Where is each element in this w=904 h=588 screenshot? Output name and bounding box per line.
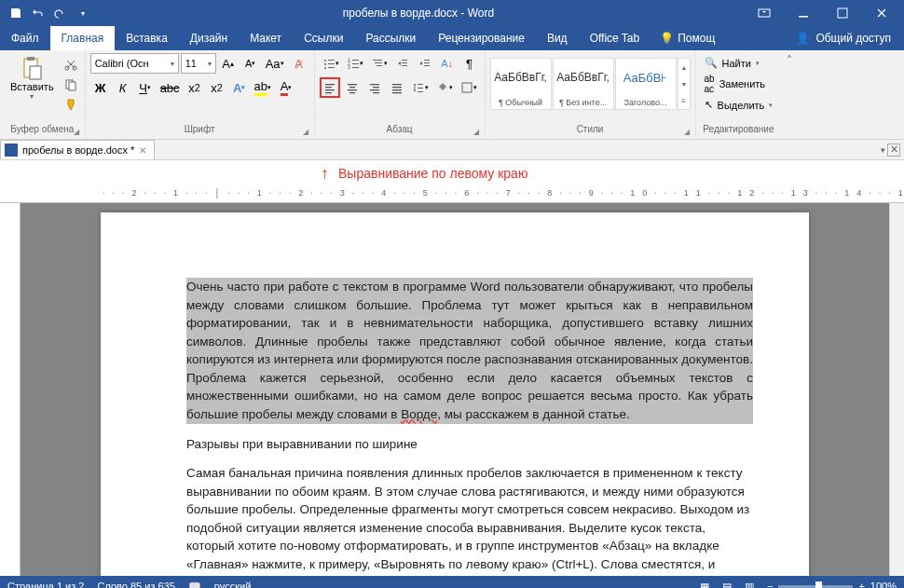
- increase-indent-icon[interactable]: [415, 53, 435, 74]
- text-effects-icon[interactable]: A▾: [229, 77, 250, 98]
- paste-button[interactable]: Вставить ▾: [5, 53, 60, 103]
- align-center-button[interactable]: [342, 77, 363, 98]
- svg-rect-34: [325, 92, 332, 93]
- underline-button[interactable]: Ч▾: [135, 77, 156, 98]
- svg-rect-31: [325, 84, 335, 85]
- bold-button[interactable]: Ж: [90, 77, 111, 98]
- style-normal[interactable]: АаБбВвГг,¶ Обычный: [490, 58, 552, 110]
- document-canvas[interactable]: Очень часто при работе с текстом в прогр…: [21, 203, 889, 576]
- show-marks-icon[interactable]: ¶: [459, 53, 480, 74]
- doc-tab-active[interactable]: пробелы в ворде.docx * ✕: [0, 140, 155, 159]
- save-icon[interactable]: [7, 5, 24, 21]
- tab-home[interactable]: Главная: [50, 26, 116, 50]
- tab-mailings[interactable]: Рассылки: [354, 26, 427, 50]
- paragraph-selected[interactable]: Очень часто при работе с текстом в прогр…: [186, 278, 753, 424]
- copy-icon[interactable]: [62, 75, 80, 94]
- horizontal-ruler[interactable]: ···2···1···│···1···2···3···4···5···6···7…: [0, 186, 904, 203]
- grow-font-icon[interactable]: A▴: [218, 53, 239, 74]
- zoom-slider[interactable]: [778, 585, 853, 588]
- align-left-button[interactable]: [320, 77, 340, 98]
- svg-rect-22: [373, 60, 382, 61]
- font-name-combo[interactable]: Calibri (Осн▾: [90, 53, 179, 74]
- qat-dropdown-icon[interactable]: ▾: [75, 5, 91, 21]
- strikethrough-button[interactable]: abc: [158, 77, 183, 98]
- spellcheck-icon[interactable]: 📖: [188, 581, 201, 589]
- tell-me[interactable]: 💡Помощ: [651, 26, 724, 50]
- shading-icon[interactable]: ▾: [433, 77, 456, 98]
- subscript-button[interactable]: x2: [185, 77, 205, 98]
- share-button[interactable]: 👤Общий доступ: [783, 26, 904, 50]
- vertical-scrollbar[interactable]: [889, 203, 904, 576]
- select-button[interactable]: ↖Выделить▾: [701, 97, 777, 113]
- word-count[interactable]: Слово 85 из 635: [97, 581, 174, 588]
- minimize-icon[interactable]: [785, 0, 822, 26]
- read-mode-icon[interactable]: ▦: [700, 581, 709, 589]
- highlight-color-icon[interactable]: ab▾: [252, 77, 274, 98]
- paragraph[interactable]: Самая банальная причина появления длинны…: [186, 464, 753, 576]
- svg-rect-35: [348, 84, 357, 85]
- svg-rect-24: [377, 65, 382, 66]
- maximize-icon[interactable]: [824, 0, 861, 26]
- vertical-ruler[interactable]: [0, 203, 21, 576]
- change-case-icon[interactable]: Aa▾: [263, 53, 287, 74]
- tab-dropdown-icon[interactable]: ▾: [881, 145, 885, 155]
- arrow-up-icon: ↑: [321, 164, 329, 184]
- zoom-level[interactable]: 100%: [870, 581, 897, 588]
- justify-button[interactable]: [387, 77, 407, 98]
- language-button[interactable]: русский: [214, 581, 251, 588]
- format-painter-icon[interactable]: [62, 96, 80, 115]
- replace-button[interactable]: abacЗаменить: [701, 72, 777, 96]
- close-tab-icon[interactable]: ✕: [139, 145, 146, 156]
- align-right-button[interactable]: [364, 77, 385, 98]
- print-layout-icon[interactable]: ▤: [722, 581, 732, 589]
- zoom-out-button[interactable]: −: [767, 581, 773, 588]
- group-paragraph: ▾ 123▾ ▾ A↓ ¶ ▾ ▾ ▾ Абзац ◢: [315, 50, 486, 139]
- numbering-icon[interactable]: 123▾: [344, 53, 366, 74]
- tab-review[interactable]: Рецензирование: [427, 26, 536, 50]
- tab-file[interactable]: Файл: [0, 26, 50, 50]
- svg-rect-37: [348, 89, 357, 90]
- dialog-launcher-icon[interactable]: ◢: [473, 128, 483, 137]
- tab-officetab[interactable]: Office Tab: [579, 26, 651, 50]
- collapse-ribbon-icon[interactable]: ˄: [787, 54, 792, 67]
- superscript-button[interactable]: x2: [207, 77, 227, 98]
- sort-icon[interactable]: A↓: [437, 53, 458, 74]
- ribbon-options-icon[interactable]: [746, 0, 783, 26]
- dialog-launcher-icon[interactable]: ◢: [74, 128, 83, 137]
- clear-formatting-icon[interactable]: A̷: [289, 53, 309, 74]
- dialog-launcher-icon[interactable]: ◢: [303, 128, 312, 137]
- style-no-spacing[interactable]: АаБбВвГг,¶ Без инте...: [553, 58, 614, 110]
- italic-button[interactable]: К: [113, 77, 133, 98]
- cursor-icon: ↖: [705, 99, 713, 111]
- bullets-icon[interactable]: ▾: [320, 53, 342, 74]
- dialog-launcher-icon[interactable]: ◢: [684, 128, 693, 137]
- tab-layout[interactable]: Макет: [239, 26, 293, 50]
- multilevel-list-icon[interactable]: ▾: [368, 53, 390, 74]
- menubar: Файл Главная Вставка Дизайн Макет Ссылки…: [0, 26, 904, 50]
- find-button[interactable]: 🔍Найти▾: [701, 55, 777, 71]
- redo-icon[interactable]: [52, 5, 69, 21]
- cut-icon[interactable]: [62, 55, 80, 74]
- web-layout-icon[interactable]: ▥: [745, 581, 754, 589]
- paragraph[interactable]: Разрывы при выравнивании по ширине: [186, 435, 753, 454]
- shrink-font-icon[interactable]: A▾: [240, 53, 261, 74]
- close-icon[interactable]: [863, 0, 900, 26]
- svg-rect-47: [418, 84, 423, 85]
- svg-rect-30: [424, 65, 430, 66]
- tab-insert[interactable]: Вставка: [115, 26, 179, 50]
- tab-design[interactable]: Дизайн: [179, 26, 239, 50]
- font-size-combo[interactable]: 11▾: [181, 53, 216, 74]
- styles-gallery-more[interactable]: ▴▾≡: [678, 58, 691, 110]
- page-count[interactable]: Страница 1 из 2: [7, 581, 84, 588]
- font-color-icon[interactable]: A▾: [276, 77, 296, 98]
- borders-icon[interactable]: ▾: [458, 77, 480, 98]
- line-spacing-icon[interactable]: ▾: [409, 77, 431, 98]
- tab-view[interactable]: Вид: [536, 26, 579, 50]
- zoom-in-button[interactable]: +: [858, 581, 864, 588]
- decrease-indent-icon[interactable]: [392, 53, 413, 74]
- undo-icon[interactable]: [30, 5, 47, 21]
- annotation-text: Выравнивание по левому краю: [338, 166, 527, 181]
- tab-references[interactable]: Ссылки: [293, 26, 354, 50]
- style-heading1[interactable]: АаБбВ⊦Заголово...: [615, 58, 677, 110]
- close-all-tabs-icon[interactable]: ✕: [887, 144, 900, 157]
